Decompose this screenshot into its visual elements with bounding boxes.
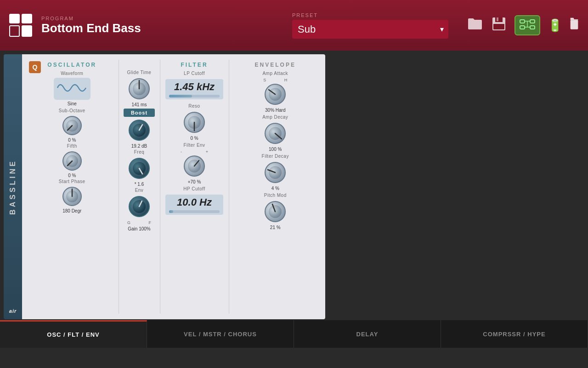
bassline-label: BASSLINE [9,159,17,215]
routing-button[interactable] [514,15,540,35]
boost-value: 19.2 dB [131,144,147,149]
start-phase-value: 180 Degr [62,208,81,213]
filter-decay-label: Filter Decay [262,154,289,159]
pitch-mod-knob[interactable] [263,200,287,224]
lp-cutoff-slider[interactable] [169,95,220,98]
envelope-title: ENVELOPE [255,62,296,68]
preset-select[interactable]: Sub Classic Bass Wobble Acid Deep [292,20,448,39]
svg-rect-3 [493,24,504,29]
logo-cell-1 [9,14,20,23]
freq-knob[interactable] [127,156,151,180]
waveform-display[interactable] [54,78,90,100]
sub-octave-label: Sub-Octave [59,108,85,113]
logo-cell-3 [9,25,20,37]
nav-item-osc[interactable]: OSC / FLT / ENV [0,320,147,348]
battery-icon: 🔋 [548,18,562,33]
attack-sh-labels: S H [263,78,287,82]
waveform-type: Sine [68,101,77,106]
nav-delay-label: DELAY [356,331,379,338]
env-knob-container [127,195,151,220]
boost-knob[interactable] [127,118,151,142]
header-icons: 🔋 [467,15,579,35]
filter-title: FILTER [181,62,208,68]
sections-container: OSCILLATOR Waveform Sine Sub-Octave [26,60,322,314]
filter-decay-value: 4 % [271,186,279,191]
hp-cutoff-label: HP Cutoff [183,186,205,191]
program-block: PROGRAM Bottom End Bass [41,16,141,35]
nav-item-delay[interactable]: DELAY [294,320,441,348]
start-phase-knob[interactable] [62,186,83,207]
amp-attack-knob[interactable] [263,82,287,106]
oscillator-section: OSCILLATOR Waveform Sine Sub-Octave [26,60,119,314]
envelope-section: ENVELOPE Amp Attack S H 30% Hard Amp De [229,60,322,314]
lp-cutoff-slider-fill [169,95,192,98]
svg-rect-11 [571,20,578,29]
preset-block: PRESET Sub Classic Bass Wobble Acid Deep… [292,12,448,39]
filter-env-label: Filter Env [183,143,205,148]
fifth-label: Fifth [67,144,77,149]
logo-cell-4 [22,25,32,37]
env-gain-value: Gain 100% [128,226,150,231]
filter-section: FILTER LP Cutoff 1.45 kHz Reso [160,60,229,314]
app-logo [9,14,32,37]
freq-value: * 1.6 [135,182,144,187]
env-g-label: G [127,220,130,225]
amp-attack-label: Amp Attack [262,71,288,76]
fifth-knob[interactable] [62,150,83,172]
nav-vel-label: VEL / MSTR / CHORUS [184,331,257,338]
sdcard-icon [570,17,579,34]
attack-h-label: H [284,78,288,82]
freq-label: Freq [134,150,145,155]
amp-decay-label: Amp Decay [262,115,288,120]
svg-rect-1 [495,17,503,22]
filter-env-value: +70 % [188,179,201,184]
oscillator-title: OSCILLATOR [47,62,96,68]
env-f-label: F [149,220,152,225]
filter-plus-label: + [206,150,208,154]
hp-cutoff-display[interactable]: 10.0 Hz [165,195,223,215]
logo-cell-2 [22,14,32,23]
svg-rect-4 [520,20,525,23]
plugin-panel: Q OSCILLATOR Waveform Sine Sub-Octave [22,54,325,319]
svg-marker-12 [571,17,578,20]
preset-label: PRESET [292,12,448,18]
open-folder-icon[interactable] [467,16,483,35]
env-knob[interactable] [127,195,151,218]
filter-env-knob[interactable] [182,154,206,178]
nav-item-vel[interactable]: VEL / MSTR / CHORUS [147,320,294,348]
svg-rect-7 [530,26,535,29]
glide-time-knob[interactable] [127,77,151,101]
filter-range-labels: - + [181,150,208,154]
glide-time-value: 141 ms [132,102,147,107]
svg-rect-2 [497,17,498,21]
q-button[interactable]: Q [29,61,41,73]
waveform-label: Waveform [61,71,83,76]
hp-cutoff-slider[interactable] [169,210,220,213]
env-gf-labels: G F [127,220,151,225]
glide-time-label: Glide Time [127,70,152,75]
sub-octave-knob[interactable] [62,115,83,136]
pitch-mod-value: 21 % [270,225,281,230]
amp-decay-knob[interactable] [263,121,287,145]
svg-rect-6 [520,26,525,29]
header: PROGRAM Bottom End Bass PRESET Sub Class… [0,0,588,51]
save-icon[interactable] [491,16,507,35]
lp-cutoff-value: 1.45 kHz [169,81,220,93]
amp-attack-value: 30% Hard [265,108,285,113]
amp-decay-value: 100 % [269,147,282,152]
fifth-value: 0 % [68,173,76,178]
env-label: Env [135,188,144,193]
lp-cutoff-display[interactable]: 1.45 kHz [165,79,223,99]
boost-button[interactable]: Boost [124,109,155,117]
bassline-sidebar: BASSLINE air [4,54,22,319]
start-phase-label: Start Phase [59,179,85,184]
nav-item-comp[interactable]: COMPRSSR / HYPE [441,320,588,348]
reso-knob[interactable] [182,110,206,134]
preset-select-wrapper: Sub Classic Bass Wobble Acid Deep ▾ [292,20,448,39]
nav-comp-label: COMPRSSR / HYPE [483,331,545,338]
hp-cutoff-value: 10.0 Hz [169,196,220,208]
lp-cutoff-label: LP Cutoff [184,71,205,76]
program-label: PROGRAM [41,16,141,21]
filter-decay-knob[interactable] [263,161,287,184]
oscillator-col2: Glide Time 141 ms Boost [119,60,160,314]
